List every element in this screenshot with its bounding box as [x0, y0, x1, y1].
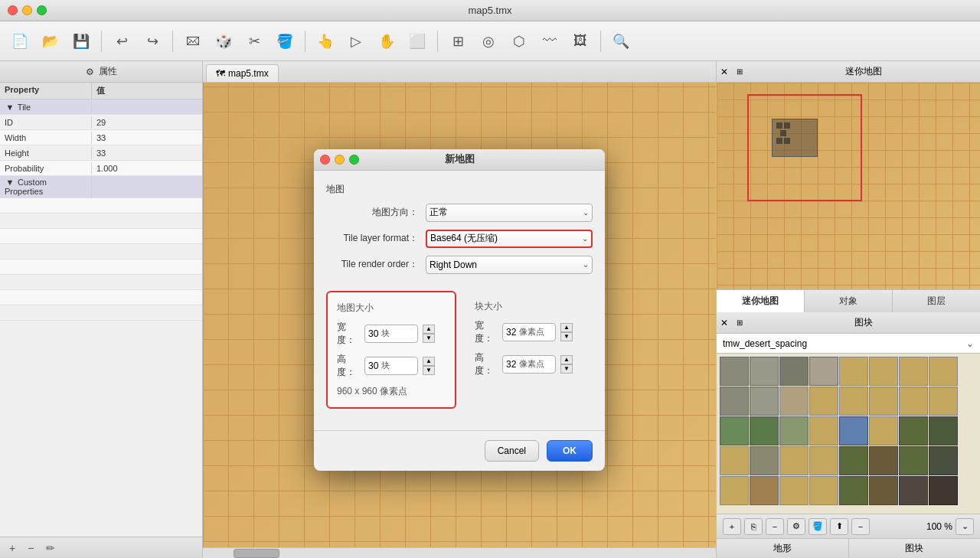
zoom-button[interactable]: 🔍 — [607, 28, 635, 55]
map-width-stepper[interactable]: ▲ ▼ — [423, 325, 435, 343]
tile-3-0[interactable] — [720, 446, 749, 475]
layers-tab[interactable]: 图层 — [893, 290, 980, 312]
tileset-dropdown-icon[interactable]: ⌄ — [966, 338, 974, 349]
map-width-input[interactable]: 30 块 — [364, 325, 418, 343]
open-button[interactable]: 📂 — [37, 28, 64, 55]
tile-1-0[interactable] — [720, 387, 749, 416]
tile-3-7[interactable] — [929, 446, 958, 475]
tileset-bucket-button[interactable]: 🪣 — [808, 518, 827, 535]
select-button[interactable]: 👆 — [312, 28, 339, 55]
right-close-icon[interactable]: ✕ — [717, 67, 732, 77]
tile-1-6[interactable] — [899, 387, 928, 416]
save-button[interactable]: 💾 — [67, 28, 95, 55]
new-button[interactable]: 📄 — [6, 28, 34, 55]
tile-width-down[interactable]: ▼ — [560, 332, 573, 341]
fill-button[interactable]: 🪣 — [271, 28, 299, 55]
path-button[interactable]: 〰 — [536, 28, 564, 55]
tile-0-2[interactable] — [779, 357, 808, 386]
tile-3-2[interactable] — [779, 446, 808, 475]
tile-3-4[interactable] — [839, 446, 868, 475]
tile-0-5[interactable] — [869, 357, 898, 386]
tile-0-0[interactable] — [720, 357, 749, 386]
tile-1-2[interactable] — [779, 387, 808, 416]
render-order-select[interactable]: Right Down ⌄ — [426, 256, 593, 274]
tile-height-down[interactable]: ▼ — [560, 364, 573, 374]
map-height-stepper[interactable]: ▲ ▼ — [423, 357, 435, 375]
tile-3-1[interactable] — [750, 446, 779, 475]
stamp-button[interactable]: 🖂 — [179, 28, 207, 55]
tile-1-3[interactable] — [809, 387, 838, 416]
tile-4-2[interactable] — [779, 476, 808, 505]
tile-4-4[interactable] — [839, 476, 868, 505]
map-height-input[interactable]: 30 块 — [364, 357, 418, 375]
ok-button[interactable]: OK — [547, 440, 593, 462]
tile-4-7[interactable] — [929, 476, 958, 505]
tile-1-5[interactable] — [869, 387, 898, 416]
tile-2-1[interactable] — [750, 416, 779, 445]
window-controls[interactable] — [8, 5, 47, 15]
tile-1-4[interactable] — [839, 387, 868, 416]
tile-4-3[interactable] — [809, 476, 838, 505]
mini-map-tab[interactable]: 迷你地图 — [717, 290, 805, 312]
dialog-max-button[interactable] — [349, 155, 359, 165]
tile-width-up[interactable]: ▲ — [560, 323, 573, 332]
terrain-tab[interactable]: 地形 — [717, 539, 849, 558]
tileset-export-button[interactable]: ⬆ — [830, 518, 848, 535]
poly-button[interactable]: ⬡ — [505, 28, 533, 55]
tileset-copy-button[interactable]: ⎘ — [744, 518, 763, 535]
tile-width-input[interactable]: 32 像素点 — [502, 323, 556, 341]
tiles-tab[interactable]: 图块 — [849, 539, 981, 558]
section-toggle-tile[interactable]: ▼ — [5, 103, 15, 112]
tile-3-3[interactable] — [809, 446, 838, 475]
tile-3-6[interactable] — [899, 446, 928, 475]
tile-4-5[interactable] — [869, 476, 898, 505]
layers-button[interactable]: ⊞ — [444, 28, 472, 55]
objects-button[interactable]: ◎ — [475, 28, 502, 55]
tile-0-4[interactable] — [839, 357, 868, 386]
tile-height-input[interactable]: 32 像素点 — [502, 355, 556, 374]
tile-2-4[interactable] — [839, 416, 868, 445]
map-width-down[interactable]: ▼ — [423, 334, 435, 343]
tile-4-0[interactable] — [720, 476, 749, 505]
tile-2-2[interactable] — [779, 416, 808, 445]
tileset-close-icon[interactable]: ✕ — [717, 318, 732, 328]
tileset-add-button[interactable]: + — [723, 518, 741, 535]
tile-0-3[interactable] — [809, 357, 838, 386]
tile-2-6[interactable] — [899, 416, 928, 445]
dialog-close-button[interactable] — [320, 155, 330, 165]
random-button[interactable]: 🎲 — [210, 28, 237, 55]
tile-0-7[interactable] — [929, 357, 958, 386]
tileset-canvas[interactable] — [717, 354, 980, 514]
layer-format-select[interactable]: Base64 (无压缩) ⌄ — [426, 230, 593, 248]
tile-height-up[interactable]: ▲ — [560, 355, 573, 364]
tile-1-7[interactable] — [929, 387, 958, 416]
objects-tab[interactable]: 对象 — [805, 290, 893, 312]
tile-4-6[interactable] — [899, 476, 928, 505]
cancel-button[interactable]: Cancel — [485, 440, 539, 462]
edit-property-button[interactable]: ✏ — [43, 540, 58, 556]
dialog-controls[interactable] — [320, 155, 359, 165]
map-width-up[interactable]: ▲ — [423, 325, 435, 334]
tile-2-3[interactable] — [809, 416, 838, 445]
map-height-down[interactable]: ▼ — [423, 366, 435, 375]
orientation-select[interactable]: 正常 ⌄ — [426, 204, 593, 222]
tile-2-0[interactable] — [720, 416, 749, 445]
tileset-zoom-out-button[interactable]: − — [851, 518, 870, 535]
add-property-button[interactable]: + — [6, 540, 18, 556]
remove-property-button[interactable]: − — [24, 540, 37, 556]
move-button[interactable]: ✋ — [373, 28, 400, 55]
redo-button[interactable]: ↪ — [139, 28, 166, 55]
minimize-button[interactable] — [22, 5, 32, 15]
dialog-min-button[interactable] — [335, 155, 345, 165]
image-button[interactable]: 🖼 — [567, 28, 594, 55]
map-height-up[interactable]: ▲ — [423, 357, 435, 366]
tile-2-5[interactable] — [869, 416, 898, 445]
rect-button[interactable]: ⬜ — [403, 28, 431, 55]
tileset-remove-button[interactable]: − — [766, 518, 784, 535]
close-button[interactable] — [8, 5, 18, 15]
tile-4-1[interactable] — [750, 476, 779, 505]
tile-0-6[interactable] — [899, 357, 928, 386]
zoom-dropdown-button[interactable]: ⌄ — [956, 518, 974, 535]
tile-2-7[interactable] — [929, 416, 958, 445]
undo-button[interactable]: ↩ — [108, 28, 136, 55]
